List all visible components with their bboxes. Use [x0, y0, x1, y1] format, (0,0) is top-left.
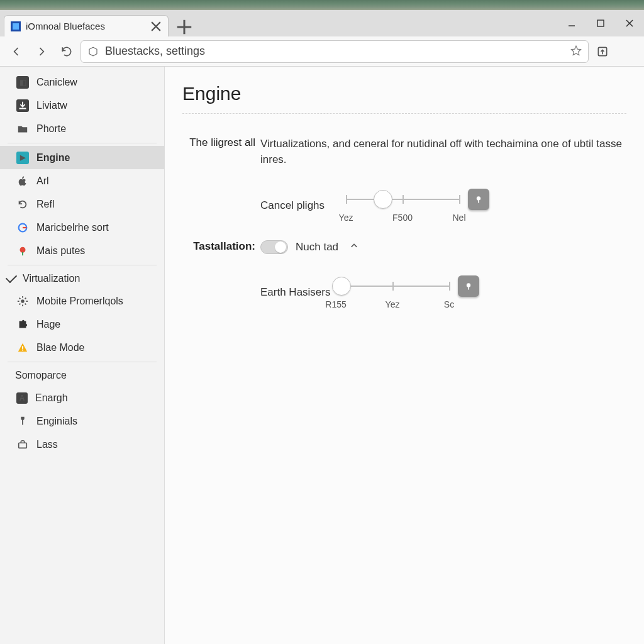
cancel-plighs-slider[interactable]: [346, 190, 459, 209]
tastallation-section: Tastallation: Nuch tad Earth Hasisers: [182, 240, 626, 309]
tab-title: iOmnoal Bluefaces: [26, 21, 144, 31]
svg-rect-20: [19, 443, 27, 448]
sidebar-item-mobite[interactable]: Mobite Promerlqols: [0, 289, 164, 313]
tab-strip: iOmnoal Bluefaces: [0, 10, 644, 36]
browser-toolbar: Bluestacks, settings: [0, 36, 644, 67]
browser-tab[interactable]: iOmnoal Bluefaces: [4, 15, 169, 36]
letter-a-icon: A: [16, 392, 28, 404]
minimize-button[interactable]: [557, 10, 586, 36]
settings-panel: Engine The liigrest all Virtualizations,…: [165, 67, 644, 644]
sidebar-item-lass[interactable]: Lass: [0, 433, 164, 456]
sidebar-item-label: Liviatw: [36, 100, 67, 111]
svg-point-23: [467, 283, 470, 287]
apple-icon: [16, 175, 29, 187]
sidebar-section-virtualization[interactable]: Virtualization: [0, 268, 164, 289]
sidebar-section-label: Virtualization: [23, 273, 80, 284]
svg-rect-22: [478, 200, 479, 203]
sidebar-divider: [8, 362, 157, 362]
window-controls: [557, 10, 644, 36]
address-bar[interactable]: Bluestacks, settings: [80, 40, 589, 63]
warning-icon: [16, 341, 29, 354]
sidebar-item-label: Mobite Promerlqols: [36, 296, 123, 307]
tastallation-value: Nuch tad: [296, 241, 338, 253]
sidebar-item-label: Enginials: [36, 416, 77, 427]
sidebar-item-hage[interactable]: Hage: [0, 313, 164, 336]
chevron-up-icon[interactable]: [350, 242, 358, 253]
sidebar-item-label: Phorte: [36, 123, 66, 135]
site-info-icon[interactable]: [87, 46, 99, 57]
sidebar-item-label: Arl: [36, 175, 49, 187]
sidebar-item-label: Lass: [36, 439, 58, 450]
bookmark-star-icon[interactable]: [570, 45, 582, 58]
slider1-help-button[interactable]: [468, 189, 489, 210]
engine-icon: ▶: [16, 152, 29, 164]
cancel-plighs-row: Cancel plighs: [260, 189, 626, 223]
sidebar-section-somoparce[interactable]: Somoparce: [0, 365, 164, 386]
sidebar-item-phorte[interactable]: Phorte: [0, 117, 164, 140]
slider-thumb[interactable]: [332, 277, 351, 296]
slider1-ticks: Yez F500 Nel: [346, 210, 459, 223]
svg-rect-19: [22, 349, 23, 350]
title-divider: [182, 113, 626, 114]
sidebar-item-maisputes[interactable]: Mais putes: [0, 239, 164, 262]
new-tab-button[interactable]: [175, 18, 194, 36]
tastallation-toggle[interactable]: [260, 240, 288, 254]
sidebar-item-enargh[interactable]: A Enargh: [0, 386, 164, 409]
sidebar-item-enginials[interactable]: Enginials: [0, 409, 164, 433]
gear-icon: [16, 295, 29, 308]
sidebar-item-engine[interactable]: ▶ Engine: [0, 146, 164, 169]
close-window-button[interactable]: [615, 10, 644, 36]
folder-icon: [16, 123, 29, 135]
sidebar-divider: [8, 265, 157, 265]
puzzle-icon: [16, 318, 29, 331]
forward-button[interactable]: [30, 40, 53, 63]
svg-marker-8: [572, 46, 581, 55]
share-button[interactable]: [591, 40, 614, 63]
page-title: Engine: [182, 83, 626, 104]
slider2-label: Earth Hasisers: [260, 286, 336, 299]
sidebar-item-label: Maricbelrhe sort: [36, 222, 109, 233]
sidebar-item-label: Blae Mode: [36, 342, 85, 353]
svg-rect-24: [468, 287, 469, 290]
reload-button[interactable]: [55, 40, 78, 63]
intro-section: The liigrest all Virtualizations, and ce…: [182, 136, 626, 223]
sidebar-item-liviatw[interactable]: Liviatw: [0, 94, 164, 117]
intro-text: Virtualizations, and ceneral for nutidin…: [260, 136, 626, 167]
earth-hasisers-slider[interactable]: [336, 277, 449, 296]
url-text: Bluestacks, settings: [105, 45, 564, 58]
slider2-help-button[interactable]: [458, 275, 479, 297]
svg-point-21: [477, 196, 480, 200]
svg-point-15: [20, 247, 26, 252]
slider1-label: Cancel plighs: [260, 199, 346, 212]
close-tab-button[interactable]: [149, 19, 163, 33]
sidebar-item-label: Caniclew: [36, 77, 77, 88]
briefcase-icon: [16, 438, 29, 451]
refresh-icon: [16, 198, 29, 211]
svg-point-17: [21, 299, 24, 303]
sidebar-divider: [8, 143, 157, 143]
sidebar-section-label: Somoparce: [15, 370, 67, 381]
earth-hasisers-row: Earth Hasisers: [260, 275, 626, 309]
sidebar-item-refl[interactable]: Refl: [0, 192, 164, 216]
sidebar-item-label: Hage: [36, 319, 60, 330]
desktop-wallpaper: [0, 0, 644, 10]
sidebar-item-blaemode[interactable]: Blae Mode: [0, 336, 164, 359]
menu-button[interactable]: [616, 40, 639, 63]
sidebar-item-label: Engine: [36, 152, 70, 164]
sidebar-item-arl[interactable]: Arl: [0, 169, 164, 192]
download-icon: [16, 99, 29, 112]
grid-icon: ◧: [16, 76, 29, 89]
back-button[interactable]: [5, 40, 28, 63]
slider-thumb[interactable]: [374, 190, 392, 209]
sidebar-item-label: Mais putes: [36, 245, 85, 257]
sidebar-item-maricbelrhe[interactable]: Maricbelrhe sort: [0, 216, 164, 239]
sidebar-item-caniclew[interactable]: ◧ Caniclew: [0, 70, 164, 94]
svg-rect-5: [597, 20, 604, 26]
browser-window: iOmnoal Bluefaces: [0, 10, 644, 644]
maximize-button[interactable]: [586, 10, 615, 36]
toggle-knob: [275, 242, 286, 253]
favicon-icon: [11, 21, 21, 31]
content-area: ◧ Caniclew Liviatw Phorte ▶ Engine: [0, 67, 644, 644]
slider2-ticks: R155 Yez Sc: [336, 297, 449, 309]
google-icon: [16, 221, 29, 234]
